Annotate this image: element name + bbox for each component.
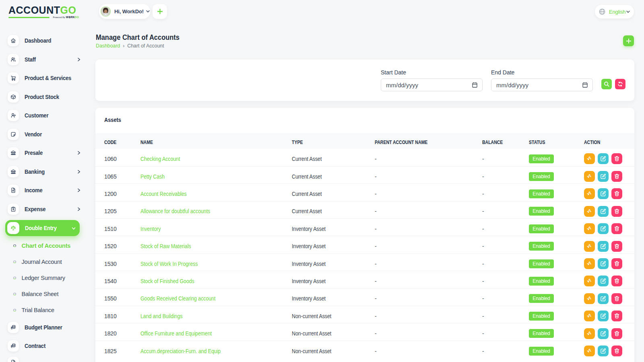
svg-text:$: $ — [11, 327, 12, 329]
svg-text:$: $ — [11, 345, 12, 347]
